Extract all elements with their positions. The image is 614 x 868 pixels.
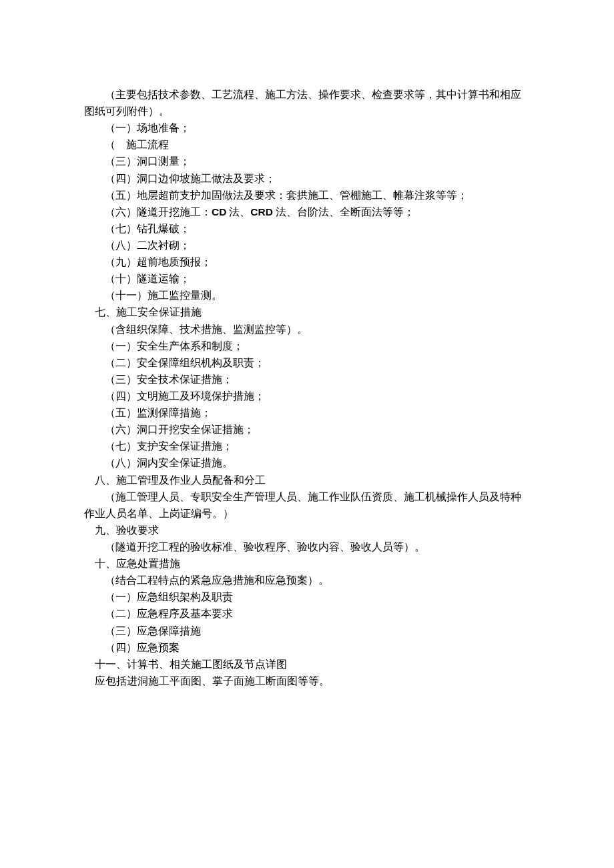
item-6-2: （ 施工流程 — [84, 136, 530, 153]
document-page: （主要包括技术参数、工艺流程、施工方法、操作要求、检查要求等，其中计算书和相应 … — [0, 0, 614, 868]
item-7-1: （一）安全生产体系和制度； — [84, 338, 530, 354]
section-8-note-l1: （施工管理人员、专职安全生产管理人员、施工作业队伍资质、施工机械操作人员及特种 — [84, 488, 530, 505]
item-6-8: （八）二次衬砌； — [84, 237, 530, 254]
item-6-6-crd: CRD — [250, 206, 273, 218]
intro-line-2: 图纸可列附件）。 — [84, 103, 530, 119]
item-6-6-pre: （六）隧道开挖施工： — [105, 206, 212, 218]
item-6-6-mid2: 法、台阶法、全断面法等等； — [273, 206, 414, 218]
item-7-5: （五）监测保障措施； — [84, 404, 530, 421]
item-7-2: （二）安全保障组织机构及职责； — [84, 354, 530, 371]
item-7-7: （七）支护安全保证措施； — [84, 438, 530, 454]
item-7-8: （八）洞内安全保证措施。 — [84, 454, 530, 471]
section-11-title: 十一、计算书、相关施工图纸及节点详图 — [84, 656, 530, 673]
item-6-4: （四）洞口边仰坡施工做法及要求； — [84, 170, 530, 187]
item-6-6: （六）隧道开挖施工：CD 法、CRD 法、台阶法、全断面法等等； — [84, 203, 530, 220]
item-10-1: （一）应急组织架构及职责 — [84, 588, 530, 605]
item-6-1: （一）场地准备； — [84, 119, 530, 136]
item-6-6-mid1: 法、 — [226, 206, 250, 218]
item-7-6: （六）洞口开挖安全保证措施； — [84, 421, 530, 438]
item-6-3: （三）洞口测量； — [84, 153, 530, 169]
section-7-note: （含组织保障、技术措施、监测监控等）。 — [84, 321, 530, 338]
section-11-note: 应包括进洞施工平面图、掌子面施工断面图等等。 — [84, 673, 530, 689]
section-9-title: 九、验收要求 — [84, 522, 530, 538]
item-7-4: （四）文明施工及环境保护措施； — [84, 388, 530, 404]
item-6-6-cd: CD — [212, 206, 226, 218]
item-6-10: （十）隧道运输； — [84, 270, 530, 287]
item-10-4: （四）应急预案 — [84, 639, 530, 656]
item-7-3: （三）安全技术保证措施； — [84, 371, 530, 388]
section-10-note: （结合工程特点的紧急应急措施和应急预案）。 — [84, 572, 530, 588]
item-10-2: （二）应急程序及基本要求 — [84, 605, 530, 622]
item-6-2-paren: （ — [105, 139, 115, 150]
section-10-title: 十、应急处置措施 — [84, 555, 530, 572]
section-7-title: 七、施工安全保证措施 — [84, 304, 530, 320]
item-6-5: （五）地层超前支护加固做法及要求：套拱施工、管棚施工、帷幕注浆等等； — [84, 187, 530, 203]
item-6-11: （十一）施工监控量测。 — [84, 287, 530, 304]
item-6-9: （九）超前地质预报； — [84, 254, 530, 270]
section-8-note-l2: 作业人员名单、上岗证编号。） — [84, 505, 530, 522]
section-9-note: （隧道开挖工程的验收标准、验收程序、验收内容、验收人员等）。 — [84, 538, 530, 555]
item-10-3: （三）应急保障措施 — [84, 622, 530, 639]
item-6-7: （七）钻孔爆破； — [84, 220, 530, 237]
item-6-2-text: 施工流程 — [126, 139, 169, 150]
section-8-title: 八、施工管理及作业人员配备和分工 — [84, 472, 530, 488]
intro-line-1: （主要包括技术参数、工艺流程、施工方法、操作要求、检查要求等，其中计算书和相应 — [84, 86, 530, 103]
